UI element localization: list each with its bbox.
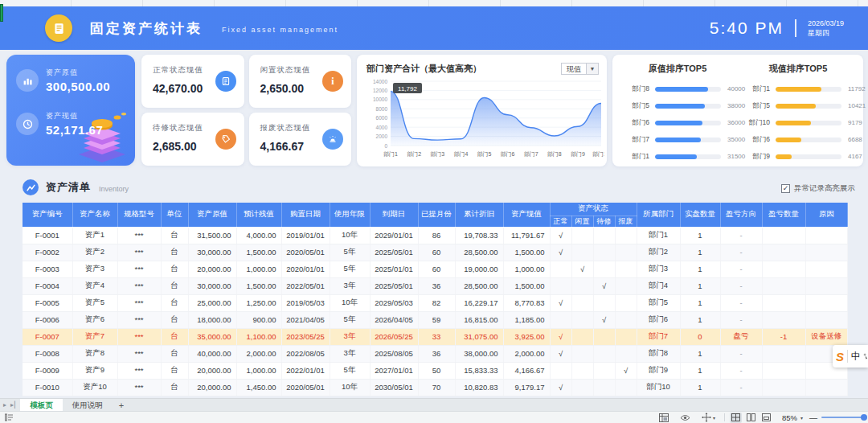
table-cell[interactable]: F-0006 <box>23 311 72 328</box>
table-cell[interactable]: 5年 <box>330 244 370 261</box>
table-cell[interactable]: 16,229.17 <box>455 294 503 311</box>
table-cell[interactable]: -1 <box>762 328 805 345</box>
checkbox-checked-icon[interactable]: ✓ <box>781 184 790 193</box>
table-cell[interactable]: 部门10 <box>637 379 680 396</box>
table-cell[interactable]: 部门8 <box>637 345 680 362</box>
table-cell[interactable]: 台 <box>161 328 188 345</box>
table-cell[interactable]: 1,000.00 <box>503 261 550 277</box>
status-check-cell[interactable] <box>571 379 593 396</box>
table-cell[interactable] <box>762 379 805 396</box>
table-cell[interactable] <box>762 227 805 244</box>
table-cell[interactable]: F-0008 <box>23 345 72 362</box>
eye-icon[interactable] <box>680 414 690 421</box>
table-cell[interactable] <box>805 311 848 328</box>
ime-toolbar[interactable]: S 中 <box>833 345 868 368</box>
table-cell[interactable]: 台 <box>161 227 188 244</box>
table-cell[interactable]: F-0005 <box>23 294 72 311</box>
table-cell[interactable]: 2,000.00 <box>236 345 281 362</box>
table-cell[interactable]: F-0003 <box>23 261 72 277</box>
table-row[interactable]: F-0008资产8***台40,000.002,000.002022/08/05… <box>23 345 848 362</box>
table-cell[interactable]: 资产4 <box>72 277 117 294</box>
status-check-cell[interactable] <box>615 261 637 277</box>
table-row[interactable]: F-0002资产2***台30,000.001,500.002020/05/01… <box>23 244 848 261</box>
table-row[interactable]: F-0006资产6***台18,000.00900.002021/04/055年… <box>23 311 848 328</box>
table-cell[interactable]: - <box>720 261 762 277</box>
table-cell[interactable]: 3年 <box>330 277 370 294</box>
status-check-cell[interactable] <box>571 294 593 311</box>
table-cell[interactable]: 1,185.00 <box>503 311 550 328</box>
table-cell[interactable]: 4,000.00 <box>236 227 281 244</box>
table-cell[interactable]: *** <box>117 311 161 328</box>
table-cell[interactable]: 1,000.00 <box>236 261 281 277</box>
table-cell[interactable]: 设备送修 <box>805 328 848 345</box>
table-cell[interactable] <box>762 311 805 328</box>
table-cell[interactable]: 台 <box>161 261 188 277</box>
table-cell[interactable]: 1,000.00 <box>236 362 281 379</box>
table-cell[interactable]: 8,770.83 <box>503 294 550 311</box>
table-cell[interactable]: 资产9 <box>72 362 117 379</box>
dropdown-value[interactable]: 现值 <box>561 63 587 75</box>
table-cell[interactable]: 59 <box>418 311 455 328</box>
table-cell[interactable]: 资产3 <box>72 261 117 277</box>
status-check-cell[interactable] <box>550 277 571 294</box>
table-cell[interactable]: 2026/04/05 <box>370 311 418 328</box>
table-cell[interactable]: 1 <box>680 379 720 396</box>
table-cell[interactable]: 部门9 <box>637 362 680 379</box>
table-cell[interactable]: 1,500.00 <box>503 244 550 261</box>
table-cell[interactable]: 资产7 <box>72 328 117 345</box>
status-check-cell[interactable] <box>615 311 637 328</box>
status-check-cell[interactable] <box>593 261 615 277</box>
table-cell[interactable]: F-0001 <box>23 227 72 244</box>
table-cell[interactable]: 2022/01/01 <box>281 362 330 379</box>
status-check-cell[interactable] <box>593 227 615 244</box>
list-icon[interactable] <box>5 410 14 423</box>
table-cell[interactable]: 31,500.00 <box>188 227 236 244</box>
table-cell[interactable]: 资产2 <box>72 244 117 261</box>
status-check-cell[interactable] <box>593 328 615 345</box>
table-cell[interactable]: 2025/05/01 <box>370 277 418 294</box>
table-row[interactable]: F-0009资产9***台20,000.001,000.002022/01/01… <box>23 362 848 379</box>
table-cell[interactable]: 2027/01/01 <box>370 362 418 379</box>
table-cell[interactable]: 40,000.00 <box>188 345 236 362</box>
table-cell[interactable]: - <box>720 379 762 396</box>
table-cell[interactable]: *** <box>117 345 161 362</box>
sheet-tab-template[interactable]: 模板页 <box>20 399 63 412</box>
table-cell[interactable]: 10年 <box>330 227 370 244</box>
status-check-cell[interactable] <box>571 345 593 362</box>
table-cell[interactable]: 2021/04/05 <box>281 311 330 328</box>
table-cell[interactable]: 30,000.00 <box>188 244 236 261</box>
table-row[interactable]: F-0003资产3***台20,000.001,000.002020/01/01… <box>23 261 848 277</box>
table-cell[interactable]: 1 <box>680 227 720 244</box>
status-check-cell[interactable] <box>571 311 593 328</box>
sheet-nav-next-icon[interactable]: ▸ <box>3 401 7 409</box>
table-cell[interactable]: 31,075.00 <box>455 328 503 345</box>
table-cell[interactable]: 36 <box>418 277 455 294</box>
view-layout-icon[interactable] <box>760 413 772 423</box>
table-cell[interactable]: 20,000.00 <box>188 362 236 379</box>
table-cell[interactable]: F-0004 <box>23 277 72 294</box>
table-cell[interactable]: 16,815.00 <box>455 311 503 328</box>
table-cell[interactable]: 25,000.00 <box>188 294 236 311</box>
table-cell[interactable]: 台 <box>161 294 188 311</box>
table-cell[interactable]: - <box>720 311 762 328</box>
table-cell[interactable]: 2030/05/01 <box>370 379 418 396</box>
table-cell[interactable]: *** <box>117 379 161 396</box>
table-cell[interactable]: 38,000.00 <box>455 345 503 362</box>
table-cell[interactable]: 15,833.33 <box>455 362 503 379</box>
table-cell[interactable]: 1 <box>680 345 720 362</box>
table-cell[interactable]: 1,250.00 <box>236 294 281 311</box>
table-cell[interactable]: 4,166.67 <box>503 362 550 379</box>
table-cell[interactable]: 10年 <box>330 294 370 311</box>
table-cell[interactable]: 1 <box>680 261 720 277</box>
table-cell[interactable]: 部门1 <box>637 227 680 244</box>
table-cell[interactable]: 28,500.00 <box>455 277 503 294</box>
table-cell[interactable] <box>805 261 848 277</box>
add-sheet-button[interactable]: + <box>119 400 124 410</box>
table-cell[interactable]: 部门4 <box>637 277 680 294</box>
table-cell[interactable]: 1,500.00 <box>236 244 281 261</box>
table-cell[interactable] <box>762 277 805 294</box>
table-cell[interactable]: - <box>720 227 762 244</box>
table-cell[interactable]: 36 <box>418 345 455 362</box>
status-check-cell[interactable] <box>593 244 615 261</box>
table-cell[interactable]: 2029/01/01 <box>370 227 418 244</box>
